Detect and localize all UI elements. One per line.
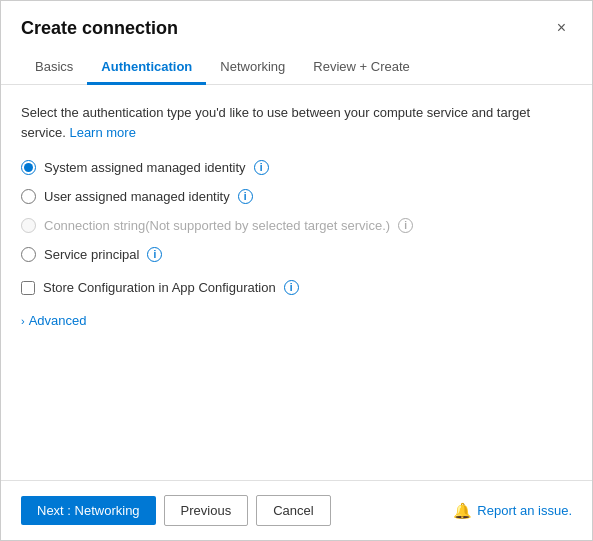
close-button[interactable]: × — [551, 17, 572, 39]
cancel-button[interactable]: Cancel — [256, 495, 330, 526]
label-system-assigned[interactable]: System assigned managed identity — [44, 160, 246, 175]
info-icon-store-config[interactable]: i — [284, 280, 299, 295]
dialog-header: Create connection × — [1, 1, 592, 39]
option-system-assigned: System assigned managed identity i — [21, 160, 572, 175]
info-icon-connection-string: i — [398, 218, 413, 233]
label-store-config[interactable]: Store Configuration in App Configuration — [43, 280, 276, 295]
tab-basics[interactable]: Basics — [21, 51, 87, 85]
report-icon: 🔔 — [453, 502, 472, 520]
store-config-row: Store Configuration in App Configuration… — [21, 280, 572, 295]
option-service-principal: Service principal i — [21, 247, 572, 262]
radio-system-assigned[interactable] — [21, 160, 36, 175]
previous-button[interactable]: Previous — [164, 495, 249, 526]
radio-service-principal[interactable] — [21, 247, 36, 262]
tab-authentication[interactable]: Authentication — [87, 51, 206, 85]
dialog-footer: Next : Networking Previous Cancel 🔔 Repo… — [1, 481, 592, 540]
tab-review-create[interactable]: Review + Create — [299, 51, 423, 85]
chevron-right-icon: › — [21, 315, 25, 327]
radio-user-assigned[interactable] — [21, 189, 36, 204]
advanced-label: Advanced — [29, 313, 87, 328]
create-connection-dialog: Create connection × Basics Authenticatio… — [0, 0, 593, 541]
info-icon-service-principal[interactable]: i — [147, 247, 162, 262]
report-issue-label: Report an issue. — [477, 503, 572, 518]
authentication-options: System assigned managed identity i User … — [21, 160, 572, 262]
option-user-assigned: User assigned managed identity i — [21, 189, 572, 204]
label-service-principal[interactable]: Service principal — [44, 247, 139, 262]
advanced-section[interactable]: › Advanced — [21, 313, 572, 328]
label-connection-string: Connection string(Not supported by selec… — [44, 218, 390, 233]
report-issue-link[interactable]: 🔔 Report an issue. — [453, 502, 572, 520]
learn-more-link[interactable]: Learn more — [69, 125, 135, 140]
info-icon-system-assigned[interactable]: i — [254, 160, 269, 175]
checkbox-store-config[interactable] — [21, 281, 35, 295]
tab-networking[interactable]: Networking — [206, 51, 299, 85]
label-user-assigned[interactable]: User assigned managed identity — [44, 189, 230, 204]
description-text: Select the authentication type you'd lik… — [21, 103, 572, 142]
info-icon-user-assigned[interactable]: i — [238, 189, 253, 204]
next-button[interactable]: Next : Networking — [21, 496, 156, 525]
option-connection-string: Connection string(Not supported by selec… — [21, 218, 572, 233]
dialog-title: Create connection — [21, 18, 178, 39]
tab-bar: Basics Authentication Networking Review … — [1, 51, 592, 85]
radio-connection-string — [21, 218, 36, 233]
dialog-body: Select the authentication type you'd lik… — [1, 85, 592, 480]
